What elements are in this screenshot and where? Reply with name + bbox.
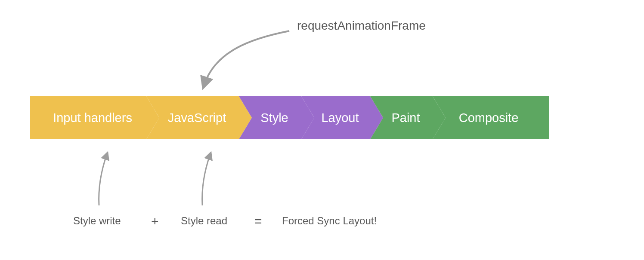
- stage-label: Style: [260, 111, 292, 125]
- label-plus: +: [151, 214, 159, 229]
- stage-label: Input handlers: [53, 111, 136, 125]
- stage-label: Paint: [391, 111, 424, 125]
- label-style-write: Style write: [73, 215, 121, 227]
- stage-label: JavaScript: [168, 111, 230, 125]
- label-equals: =: [254, 214, 262, 229]
- stage-label: Composite: [459, 111, 523, 125]
- label-style-read: Style read: [181, 215, 227, 227]
- stage-label: Layout: [321, 111, 363, 125]
- label-forced-sync: Forced Sync Layout!: [282, 215, 377, 227]
